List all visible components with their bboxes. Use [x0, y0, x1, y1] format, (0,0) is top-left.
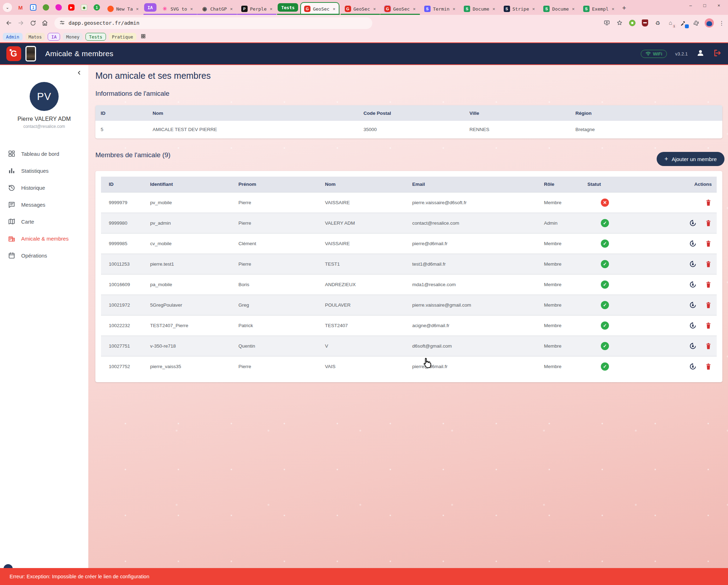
forward-icon[interactable]	[16, 18, 26, 28]
install-app-icon[interactable]	[603, 19, 611, 27]
status-icon: ✕	[601, 199, 609, 207]
browser-tab[interactable]: S Docume ×	[461, 3, 498, 15]
tab-close-icon[interactable]: ×	[532, 6, 535, 12]
tab-close-icon[interactable]: ×	[190, 6, 193, 12]
browser-tab[interactable]	[53, 4, 64, 11]
browser-tab[interactable]: G GeoSec ×	[381, 3, 419, 15]
delete-member-icon[interactable]	[705, 219, 712, 227]
browser-tab[interactable]: 1	[28, 4, 39, 11]
url-text: dapp.geosector.fr/admin	[69, 20, 140, 26]
reset-password-icon[interactable]	[689, 322, 697, 329]
browser-profile-avatar[interactable]	[705, 18, 714, 28]
reset-password-icon[interactable]	[689, 260, 697, 268]
cell-id: 10022232	[101, 315, 142, 336]
browser-tab[interactable]: ✳ SVG to ×	[159, 3, 196, 15]
minimize-button[interactable]: –	[683, 0, 698, 11]
browser-tab[interactable]: ◈	[79, 4, 89, 11]
reset-password-icon[interactable]	[689, 363, 697, 370]
sidebar-item[interactable]: Tableau de bord	[0, 145, 88, 162]
sidebar-item[interactable]: Amicale & membres	[0, 230, 88, 247]
sidebar-item[interactable]: Messages	[0, 196, 88, 213]
bookmark-chip[interactable]: Money	[63, 33, 83, 41]
bookmark-chip[interactable]: Pratique	[109, 33, 136, 41]
sidebar-item-label: Messages	[21, 202, 45, 208]
logout-icon[interactable]	[713, 49, 722, 59]
reset-password-icon[interactable]	[689, 219, 697, 227]
delete-member-icon[interactable]	[705, 342, 712, 350]
bookmark-chip[interactable]: Tests	[85, 33, 106, 41]
tab-title: Docume	[552, 6, 569, 12]
tab-close-icon[interactable]: ×	[332, 6, 336, 12]
bookmark-star-icon[interactable]	[616, 19, 623, 27]
user-account-icon[interactable]	[696, 49, 705, 59]
tab-close-icon[interactable]: ×	[229, 6, 233, 12]
delete-member-icon[interactable]	[705, 260, 712, 268]
home-icon[interactable]	[40, 18, 50, 28]
browser-tab[interactable]: ◉ ChatGP ×	[198, 3, 236, 15]
tab-close-icon[interactable]: ×	[372, 6, 376, 12]
extensions-puzzle-icon[interactable]	[692, 19, 700, 27]
browser-tab[interactable]: S Termin ×	[421, 3, 459, 15]
tab-close-icon[interactable]: ×	[492, 6, 495, 12]
browser-tab[interactable]: ▶	[66, 4, 77, 11]
maximize-button[interactable]: □	[698, 0, 712, 11]
bookmark-chip[interactable]: IA	[48, 33, 60, 41]
tab-search-chevron-icon[interactable]: ⌄	[3, 3, 12, 12]
home-extension-icon[interactable]: ⌂1	[667, 19, 674, 27]
browser-tab[interactable]: G GeoSec ×	[300, 2, 339, 15]
delete-member-icon[interactable]	[705, 322, 712, 329]
cell-id: 10016609	[101, 274, 142, 295]
browser-tab[interactable]: G GeoSec ×	[342, 3, 379, 15]
add-member-button[interactable]: + Ajouter un membre	[657, 152, 724, 166]
browser-tab[interactable]: New Ta ×	[104, 3, 142, 15]
sidebar-item[interactable]: Historique	[0, 179, 88, 196]
browser-tab[interactable]: Tests	[278, 3, 298, 12]
sidebar-item[interactable]: Carte	[0, 213, 88, 230]
delete-member-icon[interactable]	[705, 240, 712, 247]
tab-title: Perple	[250, 6, 267, 12]
tab-close-icon[interactable]: ×	[269, 6, 273, 12]
delete-member-icon[interactable]	[705, 301, 712, 309]
site-settings-icon[interactable]	[59, 20, 65, 26]
browser-tab[interactable]: P Perple ×	[238, 3, 276, 15]
browser-tab[interactable]: S Exempl ×	[580, 3, 618, 15]
close-button[interactable]: ×	[712, 0, 726, 11]
tab-close-icon[interactable]: ×	[571, 6, 575, 12]
tab-close-icon[interactable]: ×	[611, 6, 615, 12]
adblock-shield-icon[interactable]	[641, 19, 649, 27]
browser-tab[interactable]: S Docume ×	[540, 3, 578, 15]
bookmark-chip[interactable]: Matos	[25, 33, 45, 41]
browser-menu-icon[interactable]: ⋮	[719, 20, 724, 26]
browser-tab[interactable]: M	[15, 4, 26, 11]
sidebar-item[interactable]: Statistiques	[0, 162, 88, 179]
bookmark-chip[interactable]: Admin	[3, 33, 23, 41]
browser-tab[interactable]: S Stripe ×	[501, 3, 538, 15]
user-name: Pierre VALERY ADM	[0, 116, 88, 122]
reset-password-icon[interactable]	[689, 342, 697, 350]
color-picker-icon[interactable]	[679, 19, 687, 27]
tab-close-icon[interactable]: ×	[452, 6, 456, 12]
reset-password-icon[interactable]	[689, 301, 697, 309]
tab-close-icon[interactable]: ×	[412, 6, 416, 12]
tab-groups-grid-icon[interactable]	[141, 34, 146, 40]
sidebar-item[interactable]: Opérations	[0, 247, 88, 264]
error-toast: Erreur: Exception: Impossible de créer l…	[0, 568, 728, 585]
recycle-extension-icon[interactable]: ♻	[654, 19, 662, 27]
reset-password-icon[interactable]	[689, 240, 697, 247]
new-tab-button[interactable]: +	[618, 4, 629, 11]
extension-green-icon[interactable]	[628, 19, 636, 27]
browser-tab[interactable]	[41, 4, 51, 11]
cell-nom: VALERY ADM	[317, 213, 404, 233]
reset-password-icon[interactable]	[689, 281, 697, 288]
delete-member-icon[interactable]	[705, 363, 712, 370]
reload-icon[interactable]	[28, 18, 38, 28]
delete-member-icon[interactable]	[705, 199, 712, 206]
delete-member-icon[interactable]	[705, 281, 712, 288]
tab-close-icon[interactable]: ×	[135, 6, 139, 12]
sidebar-collapse-icon[interactable]	[76, 70, 82, 77]
address-bar[interactable]: dapp.geosector.fr/admin	[54, 17, 372, 29]
back-icon[interactable]	[4, 18, 14, 28]
status-icon: ✓	[601, 240, 609, 248]
browser-tab[interactable]: IA	[144, 3, 156, 12]
browser-tab[interactable]: 1	[91, 4, 102, 11]
